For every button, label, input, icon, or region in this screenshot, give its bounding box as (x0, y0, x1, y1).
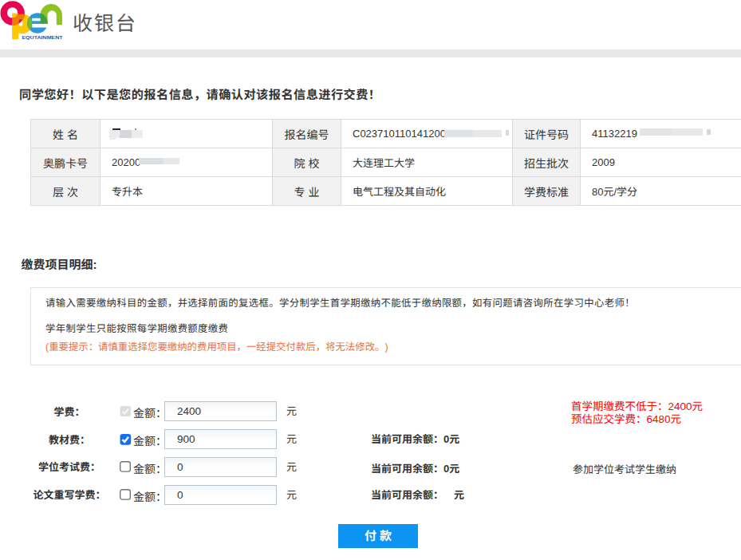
svg-text:EQUTAINMENT: EQUTAINMENT (22, 34, 63, 40)
